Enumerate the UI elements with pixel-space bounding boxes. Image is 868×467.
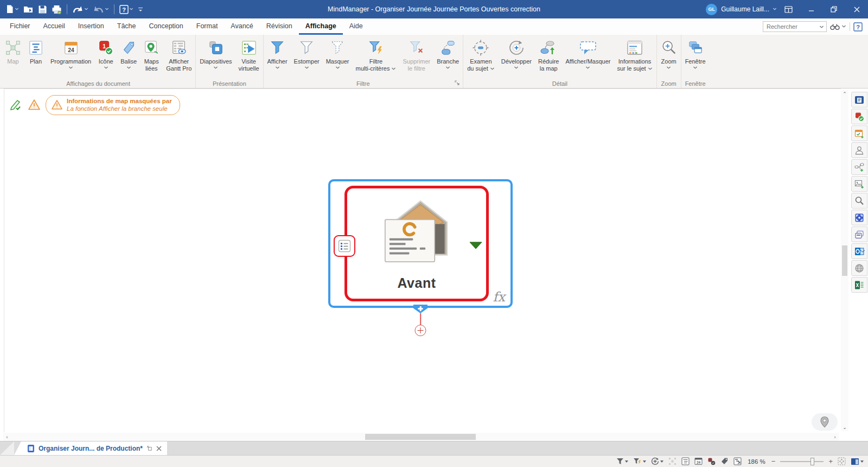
tab-insertion[interactable]: Insertion <box>72 18 111 35</box>
ribbon-button-branche[interactable]: Branche <box>433 36 462 78</box>
help-panel-button[interactable]: ? <box>853 22 863 31</box>
document-index-panel[interactable] <box>851 92 867 108</box>
warning-icon[interactable] <box>28 99 41 111</box>
ribbon-button-informations-sur-le-sujet[interactable]: Informations sur le sujet <box>614 36 655 78</box>
ribbon-display-options-button[interactable] <box>777 0 800 18</box>
horizontal-scrollbar[interactable]: ‹ › <box>3 433 839 441</box>
capture-panel[interactable] <box>851 210 867 225</box>
tab-tache[interactable]: Tâche <box>111 18 143 35</box>
edit-check-icon[interactable] <box>10 98 23 111</box>
fit-map-button[interactable] <box>838 457 846 465</box>
topic-label[interactable]: Avant <box>347 275 486 291</box>
restore-button[interactable] <box>822 0 845 18</box>
zoom-slider[interactable] <box>780 461 824 462</box>
status-power-filter-button[interactable] <box>633 458 646 465</box>
tab-conception[interactable]: Conception <box>143 18 190 35</box>
ribbon-button-afficher-masquer[interactable]: Afficher/Masquer <box>562 36 614 78</box>
zoom-slider-handle[interactable] <box>810 458 814 465</box>
print-button[interactable] <box>49 2 64 16</box>
find-button[interactable] <box>830 23 846 30</box>
map-parts-panel[interactable] <box>851 159 867 175</box>
ribbon-button-filtre-multi-criteres[interactable]: Filtre multi-critères <box>352 36 399 78</box>
excel-panel[interactable] <box>851 277 867 293</box>
ribbon-button-afficher-gantt-pro[interactable]: Afficher Gantt Pro <box>163 36 195 78</box>
topic-selection-frame[interactable]: Avant fx <box>328 179 513 308</box>
scroll-up-arrow[interactable]: ⌃ <box>841 90 848 98</box>
avatar[interactable]: GL <box>706 4 717 15</box>
close-tab-icon[interactable] <box>156 446 162 451</box>
ribbon-button-estomper[interactable]: Estomper <box>291 36 323 78</box>
status-filter-button[interactable] <box>616 458 628 465</box>
ribbon-button-developper[interactable]: Développer <box>498 36 535 78</box>
status-add-topic-button[interactable] <box>651 457 663 465</box>
locate-topic-pill[interactable] <box>812 413 838 431</box>
tab-revision[interactable]: Révision <box>260 18 299 35</box>
undo-button[interactable] <box>70 2 91 16</box>
scroll-down-arrow[interactable]: ⌄ <box>841 424 848 431</box>
web-panel[interactable] <box>851 260 867 276</box>
task-info-panel[interactable] <box>851 125 867 141</box>
open-button[interactable] <box>21 2 36 16</box>
topic-avant[interactable]: Avant <box>344 186 489 301</box>
markers-panel[interactable] <box>851 109 867 124</box>
tab-accueil[interactable]: Accueil <box>37 18 72 35</box>
add-subtopic-button[interactable] <box>415 325 426 336</box>
save-button[interactable] <box>36 2 49 16</box>
resources-panel[interactable] <box>851 142 867 158</box>
search-input[interactable] <box>765 23 819 30</box>
redo-button[interactable] <box>91 2 111 16</box>
ribbon-button-fenetre[interactable]: Fenêtre <box>682 36 709 78</box>
status-map-view-button[interactable] <box>668 457 676 465</box>
filtre-dialog-launcher[interactable] <box>454 80 461 86</box>
ribbon-button-diapositives[interactable]: Diapositives <box>196 36 235 78</box>
tab-fichier[interactable]: Fichier <box>3 18 37 35</box>
ribbon-button-balise[interactable]: Balise <box>117 36 140 78</box>
status-icons-view-button[interactable] <box>707 457 716 465</box>
status-outline-view-button[interactable] <box>681 457 690 465</box>
vertical-scroll-thumb[interactable] <box>842 245 847 276</box>
tab-aide[interactable]: Aide <box>343 18 369 35</box>
ribbon-button-examen-du-sujet[interactable]: Examen du sujet <box>464 36 498 78</box>
scroll-right-arrow[interactable]: › <box>831 433 839 441</box>
ribbon-button-reduire-la-map[interactable]: Réduire la map <box>535 36 563 78</box>
user-name[interactable]: Guillaume Laill... <box>721 5 769 13</box>
customize-toolbar-button[interactable] <box>136 2 145 16</box>
add-subtopic-dropzone[interactable] <box>413 305 427 313</box>
status-tags-view-button[interactable] <box>720 457 729 465</box>
map-info-hidden-alert[interactable]: Informations de map masquées par La fonc… <box>46 95 180 115</box>
zoom-in-button[interactable]: + <box>828 458 833 465</box>
horizontal-scroll-thumb[interactable] <box>365 434 476 440</box>
ribbon-button-supprimer-le-filtre[interactable]: Supprimer le filtre <box>399 36 433 78</box>
vertical-scrollbar[interactable]: ⌃ ⌄ <box>841 90 848 431</box>
help-button[interactable]: ? <box>117 2 136 16</box>
float-window-icon[interactable] <box>146 445 152 451</box>
ribbon-button-visite-virtuelle[interactable]: Visite virtuelle <box>235 36 263 78</box>
new-document-button[interactable] <box>3 2 21 16</box>
ribbon-button-maps-liees[interactable]: Maps liées <box>140 36 163 78</box>
ribbon-button-masquer[interactable]: Masquer <box>323 36 353 78</box>
ribbon-button-icone[interactable]: 1 Icône <box>94 36 117 78</box>
chevron-down-icon[interactable] <box>773 8 777 11</box>
tab-affichage[interactable]: Affichage <box>299 18 343 35</box>
document-tab[interactable]: Organiser Journ... de Production* <box>14 441 167 455</box>
map-canvas[interactable]: Informations de map masquées par La fonc… <box>0 89 868 441</box>
topic-notes-badge[interactable] <box>334 235 355 257</box>
outlook-panel[interactable] <box>851 243 867 259</box>
status-schedule-view-button[interactable]: 24 <box>694 457 703 465</box>
ribbon-button-zoom[interactable]: Zoom <box>658 36 680 78</box>
close-button[interactable] <box>845 0 868 18</box>
search-panel[interactable] <box>851 193 867 209</box>
tab-avance[interactable]: Avancé <box>224 18 259 35</box>
status-gantt-view-button[interactable] <box>733 457 742 465</box>
ribbon-button-map[interactable]: Map <box>2 36 24 78</box>
collapse-arrow-icon[interactable] <box>469 242 482 249</box>
tab-format[interactable]: Format <box>190 18 225 35</box>
scroll-left-arrow[interactable]: ‹ <box>3 433 11 441</box>
ribbon-button-programmation[interactable]: 24 Programmation <box>47 36 94 78</box>
ribbon-button-plan[interactable]: Plan <box>24 36 47 78</box>
browse-panel[interactable] <box>851 226 867 242</box>
status-window-button[interactable] <box>851 458 864 465</box>
library-panel[interactable] <box>851 176 867 192</box>
zoom-out-button[interactable]: − <box>771 458 776 465</box>
ribbon-button-afficher-filtre[interactable]: Afficher <box>264 36 291 78</box>
